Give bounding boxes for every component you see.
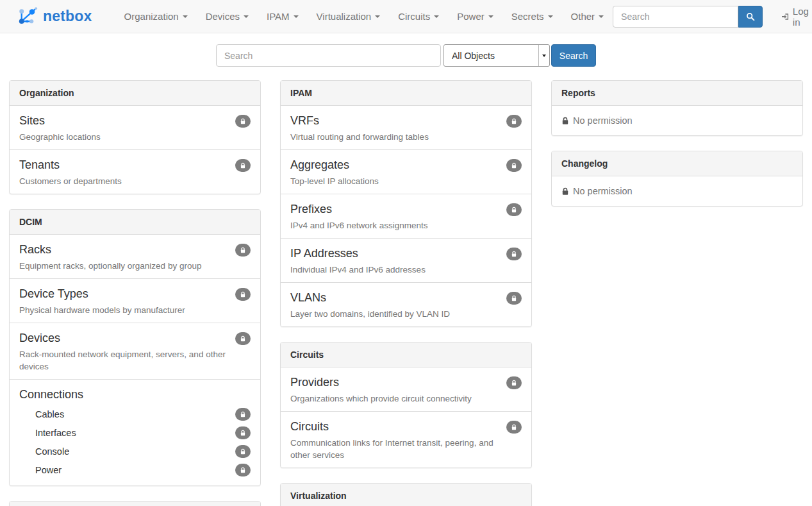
lock-badge [235,426,251,439]
lock-badge [506,159,522,172]
list-item-main: Aggregates Top-level IP allocations [290,156,506,187]
object-type-select[interactable]: All Objects [443,44,550,67]
nav-menu-circuits[interactable]: Circuits [389,1,448,31]
chevron-down-icon [538,45,549,66]
sub-item-label: Interfaces [35,426,76,439]
lock-badge [506,292,522,305]
list-item-tenants[interactable]: Tenants Customers or departments [10,149,260,194]
item-description: Customers or departments [19,175,229,187]
item-title: Aggregates [290,157,500,173]
panel: Reports No permission [551,80,803,136]
list-item-circuits[interactable]: Circuits Communication links for Interne… [281,411,531,468]
item-description: Rack-mounted network equipment, servers,… [19,348,229,373]
lock-badge [506,203,522,216]
sub-list-item-console[interactable]: Console [19,442,251,460]
nav-menu-label: Circuits [398,11,430,22]
item-title: IP Addresses [290,246,500,262]
nav-menu-label: Virtualization [317,11,372,22]
list-item-providers[interactable]: Providers Organizations which provide ci… [281,367,531,411]
login-link[interactable]: Log in [782,6,811,28]
lock-badge [235,159,251,172]
nav-menu-devices[interactable]: Devices [197,1,258,31]
item-title[interactable]: Connections [19,387,251,403]
list-item-racks[interactable]: Racks Equipment racks, optionally organi… [10,235,260,278]
lock-badge [235,115,251,128]
navbar-search-input[interactable] [613,6,738,28]
caret-down-icon [375,15,380,18]
list-item-device-types[interactable]: Device Types Physical hardware models by… [10,278,260,323]
lock-badge [235,332,251,345]
sub-list-item-cables[interactable]: Cables [19,405,251,423]
list-item-sites[interactable]: Sites Geographic locations [10,106,260,149]
sub-list: Cables Interfaces Console Power [19,405,251,479]
navbar: netbox OrganizationDevicesIPAMVirtualiza… [0,0,812,33]
panel-title-virtualization: Virtualization [281,484,531,506]
item-description: IPv4 and IPv6 network assignments [290,219,500,232]
list-item-ip-addresses[interactable]: IP Addresses Individual IPv4 and IPv6 ad… [281,238,531,282]
caret-down-icon [548,15,553,18]
list-item-main: Sites Geographic locations [19,112,235,143]
lock-icon [240,448,246,455]
search-input[interactable] [216,44,441,67]
navbar-search-group [613,6,763,28]
lock-icon [511,380,517,387]
sub-list-item-interfaces[interactable]: Interfaces [19,423,251,442]
item-title: Devices [19,330,229,346]
navbar-search-button[interactable] [738,6,763,28]
list-item-main: Device Types Physical hardware models by… [19,285,235,316]
list-item-vrfs[interactable]: VRFs Virtual routing and forwarding tabl… [281,106,531,149]
brand-logo[interactable]: netbox [17,6,92,26]
panel: Organization Sites Geographic locations … [9,80,261,194]
panel-body: Racks Equipment racks, optionally organi… [10,235,260,485]
panel-body: Providers Organizations which provide ci… [281,367,531,468]
panel-title-circuits: Circuits [281,342,531,367]
nav-menu-label: IPAM [267,11,290,22]
search-submit-button[interactable]: Search [551,44,596,67]
list-item-aggregates[interactable]: Aggregates Top-level IP allocations [281,149,531,194]
content: Organization Sites Geographic locations … [0,67,812,506]
lock-badge [235,445,251,458]
caret-down-icon [434,15,439,18]
panel-title-reports: Reports [552,81,802,106]
panel: Changelog No permission [551,151,803,207]
nav-menu-organization[interactable]: Organization [115,1,197,31]
list-item-main: Providers Organizations which provide ci… [290,374,506,405]
list-item-group-connections: Connections Cables Interfaces Console Po… [10,379,260,485]
nav-menu-other[interactable]: Other [562,1,613,31]
caret-down-icon [244,15,249,18]
lock-icon [561,187,569,196]
lock-icon [240,162,246,169]
item-description: Communication links for Internet transit… [290,437,500,461]
item-description: Physical hardware models by manufacturer [19,304,229,316]
item-description: Individual IPv4 and IPv6 addresses [290,264,500,276]
list-item-main: VRFs Virtual routing and forwarding tabl… [290,112,506,143]
panel: DCIM Racks Equipment racks, optionally o… [9,209,261,486]
lock-icon [240,291,246,298]
nav-menu-virtualization[interactable]: Virtualization [308,1,390,31]
item-title: Tenants [19,157,229,173]
nav-menu-secrets[interactable]: Secrets [502,1,562,31]
list-item-main: Circuits Communication links for Interne… [290,418,506,461]
item-title: Sites [19,113,229,129]
sub-item-label: Console [35,445,69,458]
panel-title-ipam: IPAM [281,81,531,106]
sub-list-item-power[interactable]: Power [19,460,251,479]
nav-menu-label: Devices [206,11,240,22]
item-title: Circuits [290,419,500,435]
lock-icon [240,467,246,474]
item-description: Virtual routing and forwarding tables [290,131,500,143]
item-title: VLANs [290,290,500,306]
lock-badge [506,421,522,434]
lock-badge [235,244,251,257]
list-item-prefixes[interactable]: Prefixes IPv4 and IPv6 network assignmen… [281,194,531,238]
lock-icon [240,335,246,342]
list-item-devices[interactable]: Devices Rack-mounted network equipment, … [10,323,260,379]
caret-down-icon [599,15,604,18]
lock-badge [235,464,251,476]
caret-down-icon [294,15,299,18]
nav-menu-power[interactable]: Power [448,1,502,31]
column-middle: IPAM VRFs Virtual routing and forwarding… [280,80,532,506]
nav-menu-ipam[interactable]: IPAM [258,1,308,31]
list-item-vlans[interactable]: VLANs Layer two domains, identified by V… [281,282,531,326]
netbox-logo-icon [17,6,38,26]
